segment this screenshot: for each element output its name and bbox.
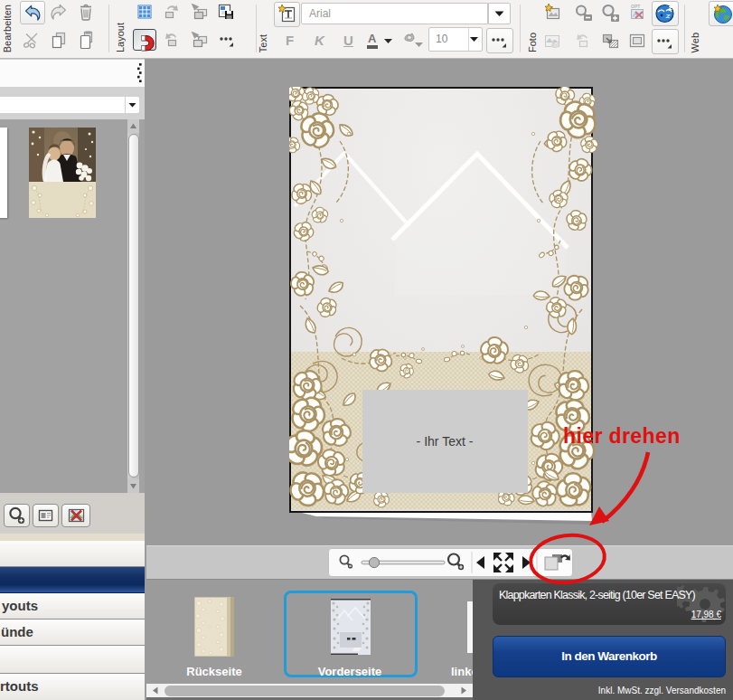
svg-text:- Ihr Text -: - Ihr Text -: [417, 434, 474, 449]
svg-text:OPT: OPT: [631, 4, 640, 9]
